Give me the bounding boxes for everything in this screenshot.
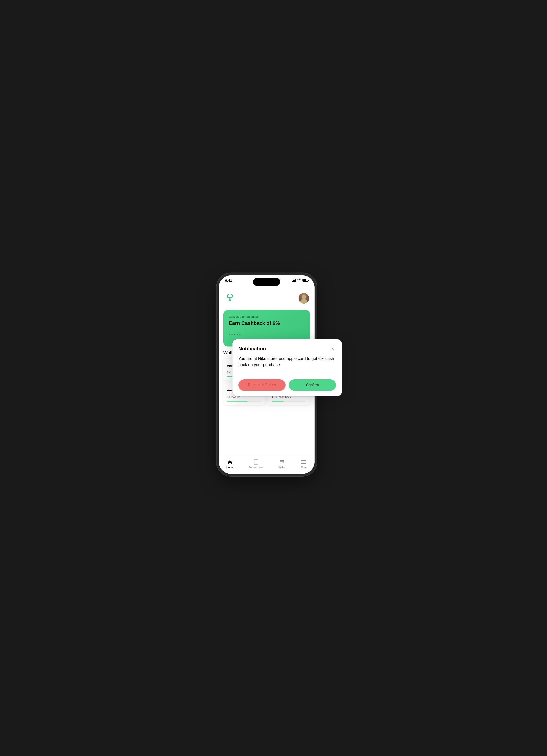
banner-card-number: **** *** (229, 333, 304, 337)
sidebar-item-more[interactable]: More (301, 459, 307, 469)
bottom-nav: Home Transactions (219, 456, 314, 474)
battery-icon (302, 279, 308, 282)
banner-subtitle: Best card for purchase (229, 315, 304, 318)
reward-bar (227, 401, 262, 402)
more-nav-label: More (301, 466, 307, 469)
status-icons (292, 278, 308, 282)
sidebar-item-home[interactable]: Home (227, 459, 234, 469)
dialog-title: Notification (239, 346, 266, 352)
dialog-header: Notification × (239, 346, 336, 352)
wallet-nav-label: Wallet (278, 466, 285, 469)
more-icon (301, 459, 307, 465)
scene: 9:41 (219, 275, 328, 481)
remind-button[interactable]: Remind in 5 mins (239, 379, 285, 391)
status-time: 9:41 (225, 278, 232, 282)
app-header (219, 289, 314, 308)
sidebar-item-wallet[interactable]: Wallet (278, 459, 285, 469)
app-logo (224, 292, 236, 305)
dynamic-island (253, 278, 280, 286)
close-button[interactable]: × (329, 346, 336, 352)
home-nav-label: Home (227, 466, 234, 469)
wallet-icon (279, 459, 285, 465)
notification-dialog: Notification × You are at Nike store, us… (233, 339, 342, 396)
transactions-icon (253, 459, 259, 465)
avatar[interactable] (298, 293, 309, 304)
signal-icon (292, 279, 296, 282)
reward-bar (272, 401, 306, 402)
svg-rect-5 (282, 462, 283, 463)
banner-title: Earn Cashback of 6% (229, 320, 304, 326)
home-icon (227, 459, 233, 465)
sidebar-item-transactions[interactable]: Transactions (249, 459, 263, 469)
confirm-button[interactable]: Confirm (289, 379, 336, 391)
transactions-nav-label: Transactions (249, 466, 263, 469)
wifi-icon (297, 278, 301, 282)
dialog-actions: Remind in 5 mins Confirm (239, 379, 336, 391)
dialog-message: You are at Nike store, use apple card to… (239, 356, 336, 368)
